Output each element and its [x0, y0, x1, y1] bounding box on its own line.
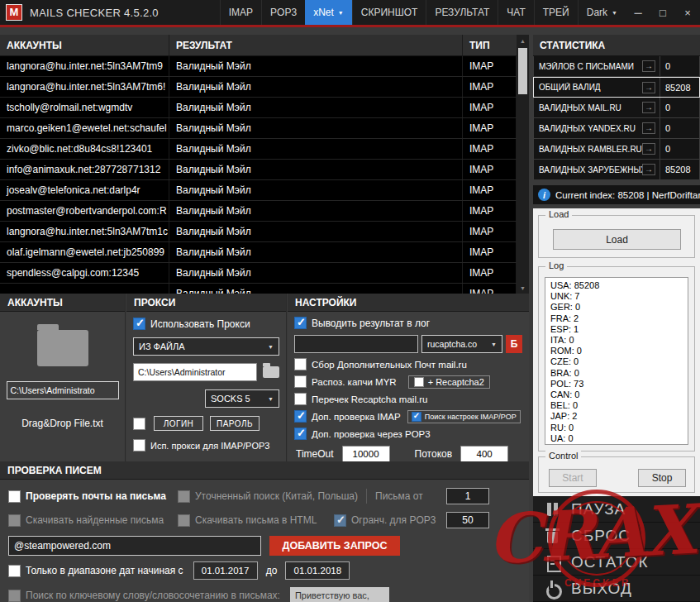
menu-item[interactable]: ТРЕЙ [534, 0, 578, 25]
date-from-input[interactable]: 01.01.2017 [193, 561, 258, 580]
download-found-label: Скачивать найденные письма [26, 514, 178, 526]
action-button[interactable]: ВЫХОД [533, 576, 700, 602]
pop3-check-label: Доп. проверка через POP3 [312, 429, 431, 439]
log-output-checkbox[interactable] [294, 317, 307, 329]
load-button[interactable]: Load [553, 229, 681, 250]
table-row[interactable]: langnora@hu.inter.net:5ln3AM7tm9 Валидны… [0, 56, 517, 77]
pop3-check-checkbox[interactable] [294, 428, 307, 440]
folder-icon[interactable] [37, 330, 88, 366]
table-row[interactable]: Валидный Мэйл IMAP [0, 284, 517, 294]
column-header-result[interactable]: РЕЗУЛЬТАТ [169, 35, 463, 55]
pop3-limit-checkbox[interactable] [334, 514, 346, 527]
table-row[interactable]: josealv@telefonica.net:darlp4r Валидный … [0, 180, 517, 201]
log-line: ITA: 0 [550, 335, 683, 346]
box-icon [545, 554, 561, 571]
account-cell: zivko@blic.net:d8u84cs8!123401 [0, 139, 169, 159]
menu-item[interactable]: СКРИНШОТ [352, 0, 426, 25]
download-html-checkbox[interactable] [178, 514, 190, 527]
scroll-up-icon[interactable]: ▲ [517, 35, 529, 46]
log-output[interactable]: USA: 85208UNK: 7GER: 0FRA: 2ESP: 1ITA: 0… [545, 277, 688, 445]
type-cell: IMAP [463, 77, 517, 97]
stat-label: ВАЛИДНЫХ RAMBLER.RU [539, 145, 642, 154]
captcha-balance-button[interactable]: Б [506, 335, 522, 353]
refined-search-checkbox[interactable] [178, 490, 190, 503]
export-arrow-icon[interactable] [642, 143, 655, 155]
date-range-checkbox[interactable] [8, 565, 21, 577]
side-panel: Load Load Log USA: 85208UNK: 7GER: 0FRA:… [533, 208, 700, 496]
action-button[interactable]: СБРОС [533, 523, 700, 549]
log-line: UA: 0 [550, 433, 683, 444]
close-icon[interactable]: × [675, 0, 700, 25]
proxy-login-button[interactable]: ЛОГИН [154, 416, 203, 431]
proxy-type-select[interactable]: SOCKS 5 [205, 389, 279, 408]
stop-button[interactable]: Stop [638, 469, 686, 487]
export-arrow-icon[interactable] [642, 102, 655, 113]
proxy-for-imap-checkbox[interactable] [133, 439, 145, 452]
use-proxy-checkbox[interactable] [133, 318, 145, 330]
table-row[interactable]: langnora@hu.inter.net:5ln3AM7tm1c Валидн… [0, 222, 517, 242]
recheck-checkbox[interactable] [294, 393, 307, 405]
menu-item[interactable]: РЕЗУЛЬТАТ [426, 0, 498, 25]
account-cell: josealv@telefonica.net:darlp4r [0, 180, 169, 200]
browse-folder-icon[interactable] [263, 366, 279, 378]
account-cell: tscholly@rolmail.net:wgmdtv [0, 98, 169, 117]
date-to-input[interactable]: 01.01.2018 [285, 561, 350, 580]
log-groupbox: Log USA: 85208UNK: 7GER: 0FRA: 2ESP: 1IT… [538, 266, 695, 452]
table-row[interactable]: spendless@calpgi.com:12345 Валидный Мэйл… [0, 263, 517, 284]
imap-pop-search-checkbox[interactable] [412, 412, 421, 422]
menu-item[interactable]: xNet ▼ [305, 0, 352, 25]
proxy-auth-checkbox[interactable] [133, 418, 145, 430]
export-arrow-icon[interactable] [642, 60, 655, 72]
table-row[interactable]: info@animaxuk.net:287728771312 Валидный … [0, 160, 517, 180]
proxy-file-input[interactable]: C:\Users\Administrator [133, 363, 257, 381]
query-input[interactable]: @steampowered.com [8, 536, 261, 556]
table-row[interactable]: tscholly@rolmail.net:wgmdtv Валидный Мэй… [0, 98, 517, 118]
result-cell: Валидный Мэйл [169, 180, 463, 200]
export-arrow-icon[interactable] [642, 82, 655, 93]
action-button[interactable]: ОСТАТОК [533, 549, 700, 576]
recaptcha2-checkbox[interactable] [414, 377, 424, 387]
refined-search-label: Уточненный поиск (Китай, Польша) [195, 490, 358, 502]
minimize-icon[interactable]: ─ [626, 0, 650, 25]
action-button-label: ВЫХОД [571, 580, 632, 598]
menu-item[interactable]: Dark ▼ [578, 0, 626, 25]
letters-from-input[interactable]: 1 [446, 488, 489, 504]
menu-item[interactable]: POP3 [261, 0, 305, 25]
collect-mail-checkbox[interactable] [294, 358, 307, 370]
table-row[interactable]: marco.geiken1@ewetel.net:schaufel Валидн… [0, 118, 517, 139]
action-button[interactable]: ПАУЗА [533, 496, 700, 523]
menu-item[interactable]: ЧАТ [498, 0, 533, 25]
log-line: USA: 85208 [550, 280, 683, 291]
start-button[interactable]: Start [549, 469, 597, 487]
threads-input[interactable]: 400 [460, 446, 508, 462]
accounts-file-path[interactable]: C:\Users\Administrato [7, 381, 119, 399]
captcha-service-select[interactable]: rucaptcha.co [421, 335, 502, 353]
recognize-captcha-checkbox[interactable] [294, 375, 307, 388]
captcha-key-input[interactable] [294, 335, 418, 353]
imap-check-checkbox[interactable] [294, 410, 307, 423]
column-header-accounts[interactable]: АККАУНТЫ [0, 35, 169, 55]
timeout-input[interactable]: 10000 [342, 446, 390, 462]
scroll-down-icon[interactable]: ▼ [517, 282, 529, 294]
type-cell: IMAP [463, 284, 517, 294]
keyword-input[interactable]: Приветствую вас, [290, 587, 389, 602]
export-arrow-icon[interactable] [642, 122, 655, 134]
table-row[interactable]: postmaster@robertvanderpol.com:R Валидны… [0, 201, 517, 222]
column-header-type[interactable]: ТИП [463, 35, 517, 55]
keyword-search-checkbox[interactable] [8, 590, 21, 602]
download-found-checkbox[interactable] [8, 514, 21, 527]
menu-item-label: ЧАТ [507, 7, 525, 18]
proxy-source-select[interactable]: ИЗ ФАЙЛА [133, 337, 279, 356]
scrollbar-thumb[interactable] [518, 48, 527, 94]
export-arrow-icon[interactable] [642, 164, 655, 175]
proxy-password-button[interactable]: ПАРОЛЬ [210, 416, 260, 431]
add-query-button[interactable]: ДОБАВИТЬ ЗАПРОС [269, 536, 400, 556]
table-row[interactable]: langnora@hu.inter.net:5ln3AM7tm6! Валидн… [0, 77, 517, 98]
pop3-limit-input[interactable]: 50 [446, 512, 489, 528]
check-mails-checkbox[interactable] [8, 490, 21, 503]
maximize-icon[interactable]: □ [650, 0, 675, 25]
menu-item[interactable]: IMAP [220, 0, 261, 25]
table-scrollbar[interactable]: ▲ ▼ [517, 35, 529, 294]
table-row[interactable]: olaf.igelmann@ewetel.net:jb250899 Валидн… [0, 242, 517, 263]
table-row[interactable]: zivko@blic.net:d8u84cs8!123401 Валидный … [0, 139, 517, 160]
